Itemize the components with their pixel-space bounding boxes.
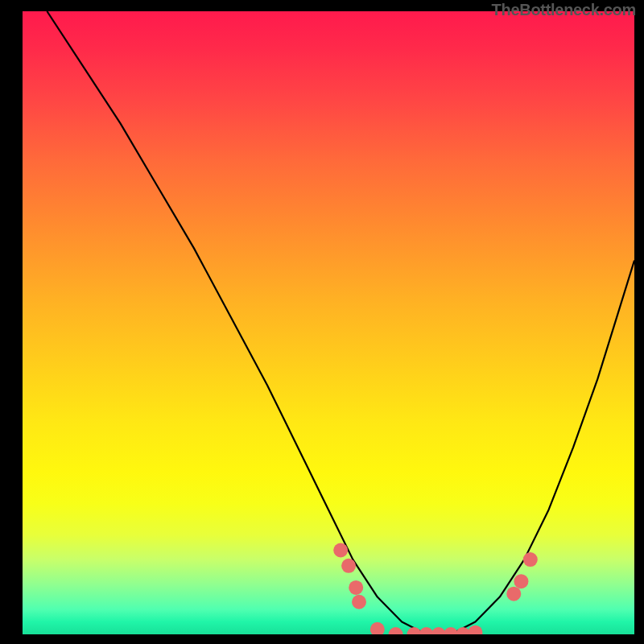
watermark-text: TheBottleneck.com	[492, 1, 636, 19]
data-marker	[506, 587, 521, 601]
data-marker	[444, 627, 458, 634]
data-marker	[514, 574, 528, 588]
data-marker	[333, 543, 348, 558]
data-marker	[431, 627, 446, 634]
data-marker	[468, 625, 482, 634]
data-marker	[352, 595, 366, 609]
data-marker	[370, 622, 385, 634]
data-marker	[341, 559, 356, 573]
data-marker	[523, 552, 538, 567]
curve-layer	[23, 11, 634, 634]
data-marker	[389, 627, 403, 634]
bottleneck-curve	[47, 11, 634, 634]
data-marker	[349, 580, 363, 595]
plot-area	[23, 11, 634, 634]
data-marker	[419, 627, 434, 634]
chart-frame: TheBottleneck.com	[0, 0, 644, 644]
data-marker	[407, 627, 421, 634]
